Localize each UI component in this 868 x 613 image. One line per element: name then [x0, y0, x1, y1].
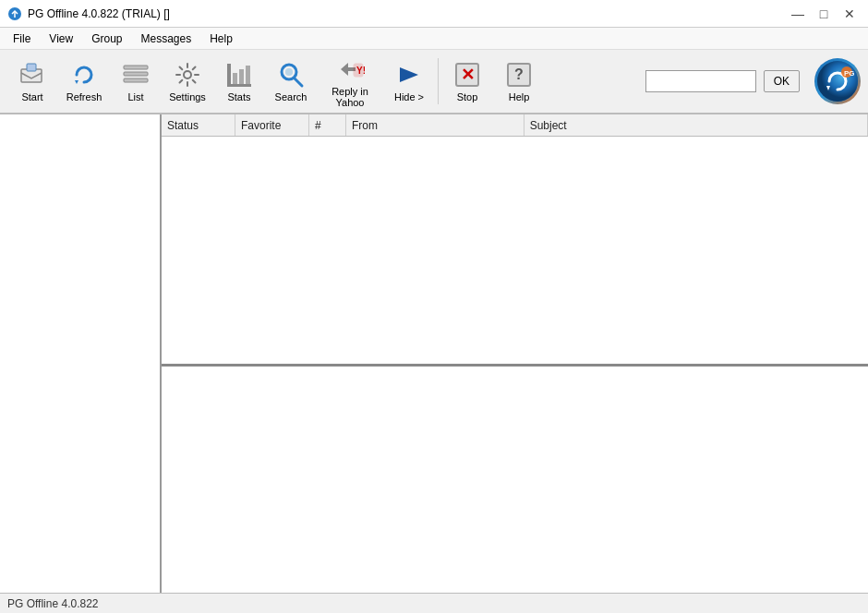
svg-point-7 — [184, 71, 191, 78]
stats-icon — [224, 60, 254, 90]
svg-rect-9 — [227, 84, 251, 87]
search-button[interactable]: Search — [266, 54, 316, 109]
minimize-button[interactable]: — — [787, 5, 809, 23]
app-logo: PG — [814, 58, 861, 104]
window-title: PG Offline 4.0.822 (TRIAL) [] — [28, 7, 787, 20]
toolbar-divider — [438, 58, 439, 104]
svg-rect-5 — [124, 72, 148, 76]
col-header-status[interactable]: Status — [162, 114, 235, 136]
stop-button[interactable]: ✕ Stop — [442, 54, 492, 109]
content-panel: Status Favorite # From Subject — [162, 114, 868, 593]
statusbar: PG Offline 4.0.822 — [0, 593, 868, 613]
help-label: Help — [509, 91, 530, 102]
svg-rect-10 — [233, 73, 237, 84]
svg-text:Y!: Y! — [356, 66, 365, 76]
svg-marker-18 — [400, 67, 418, 82]
svg-point-20 — [817, 61, 858, 102]
start-label: Start — [21, 91, 42, 102]
maximize-button[interactable]: □ — [813, 5, 835, 23]
menubar: File View Group Messages Help — [0, 28, 868, 50]
col-header-favorite[interactable]: Favorite — [235, 114, 309, 136]
reply-yahoo-label: Reply in Yahoo — [320, 86, 380, 108]
svg-rect-8 — [227, 64, 231, 84]
hide-label: Hide > — [394, 91, 424, 102]
list-label: List — [127, 91, 143, 102]
toolbar: Start Refresh List Sett — [0, 50, 868, 114]
hide-icon — [394, 60, 424, 90]
list-button[interactable]: List — [111, 54, 161, 109]
svg-line-14 — [295, 78, 302, 86]
col-header-num[interactable]: # — [309, 114, 346, 136]
stop-icon: ✕ — [452, 60, 482, 90]
list-icon — [121, 60, 151, 90]
window-controls: — □ ✕ — [787, 5, 861, 23]
search-label: Search — [275, 91, 307, 102]
svg-point-15 — [285, 68, 293, 76]
col-header-from[interactable]: From — [346, 114, 524, 136]
hide-button[interactable]: Hide > — [384, 54, 434, 109]
titlebar: PG Offline 4.0.822 (TRIAL) [] — □ ✕ — [0, 0, 868, 28]
refresh-icon — [69, 60, 99, 90]
svg-rect-6 — [124, 78, 148, 82]
refresh-label: Refresh — [66, 91, 102, 102]
email-preview — [162, 367, 868, 594]
stats-label: Stats — [227, 91, 250, 102]
settings-icon — [173, 60, 202, 90]
toolbar-right: OK PG — [645, 58, 861, 104]
stats-button[interactable]: Stats — [214, 54, 264, 109]
settings-button[interactable]: Settings — [163, 54, 212, 109]
app-icon — [7, 6, 22, 21]
toolbar-search-input[interactable] — [645, 70, 756, 92]
help-icon: ? — [504, 60, 534, 90]
start-button[interactable]: Start — [7, 54, 57, 109]
svg-rect-2 — [27, 64, 36, 71]
reply-yahoo-button[interactable]: Y! Reply in Yahoo — [318, 54, 382, 109]
svg-rect-4 — [124, 66, 148, 69]
svg-text:PG: PG — [844, 69, 855, 78]
close-button[interactable]: ✕ — [838, 5, 861, 23]
menu-group[interactable]: Group — [82, 28, 131, 49]
help-button[interactable]: ? Help — [494, 54, 544, 109]
settings-label: Settings — [169, 91, 206, 102]
menu-view[interactable]: View — [40, 28, 82, 49]
main-container: Status Favorite # From Subject — [0, 114, 868, 593]
sidebar — [0, 114, 162, 593]
menu-file[interactable]: File — [4, 28, 40, 49]
refresh-button[interactable]: Refresh — [59, 54, 109, 109]
stop-label: Stop — [457, 91, 478, 102]
email-list[interactable] — [162, 137, 868, 367]
table-header: Status Favorite # From Subject — [162, 114, 868, 137]
search-icon — [276, 60, 306, 90]
ok-button[interactable]: OK — [764, 70, 800, 92]
menu-help[interactable]: Help — [200, 28, 242, 49]
svg-rect-11 — [239, 69, 244, 84]
menu-messages[interactable]: Messages — [132, 28, 201, 49]
svg-rect-12 — [246, 66, 250, 84]
svg-marker-3 — [75, 80, 78, 84]
col-header-subject[interactable]: Subject — [524, 114, 868, 136]
status-text: PG Offline 4.0.822 — [7, 597, 99, 610]
reply-yahoo-icon: Y! — [335, 54, 365, 84]
start-icon — [18, 60, 47, 90]
